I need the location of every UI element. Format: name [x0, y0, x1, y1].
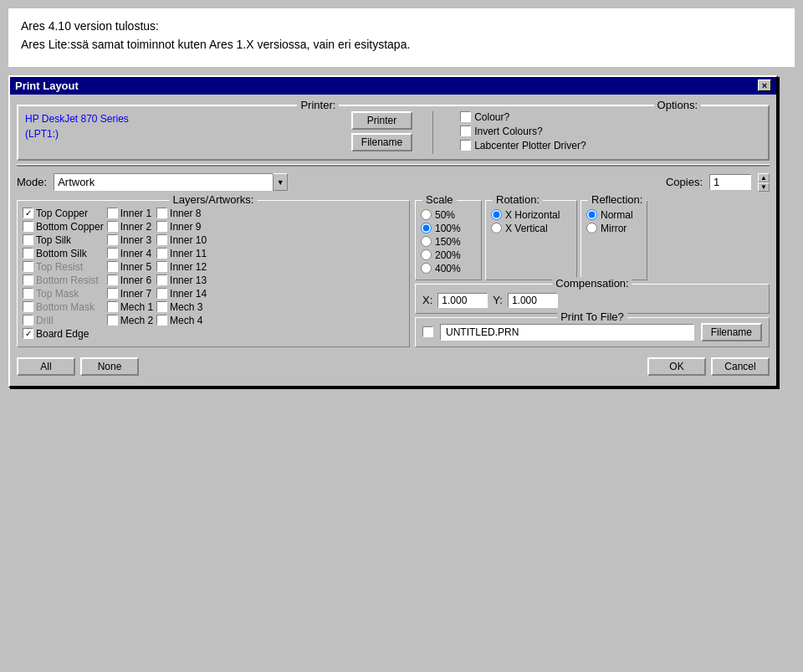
list-item: Top Copper: [23, 208, 104, 219]
top-resist-checkbox[interactable]: [23, 261, 33, 272]
bottom-buttons: All None OK Cancel: [17, 354, 770, 379]
rotation-options: X Horizontal X Vertical: [491, 209, 571, 234]
bottom-left-buttons: All None: [17, 357, 139, 376]
inner5-checkbox[interactable]: [107, 261, 118, 272]
mech1-label: Mech 1: [120, 301, 153, 313]
drill-checkbox[interactable]: [23, 315, 33, 326]
printer-button[interactable]: Printer: [351, 111, 412, 130]
inner6-label: Inner 6: [120, 274, 151, 286]
print-to-file-checkbox[interactable]: [422, 326, 433, 337]
none-button[interactable]: None: [80, 357, 139, 376]
intro-line2: Ares Lite:ssä samat toiminnot kuten Ares…: [21, 35, 782, 54]
ok-button[interactable]: OK: [647, 357, 706, 376]
inner10-checkbox[interactable]: [156, 234, 167, 245]
reflection-normal-radio[interactable]: [586, 209, 597, 220]
bottom-mask-checkbox[interactable]: [23, 301, 33, 312]
mech4-label: Mech 4: [170, 315, 202, 326]
inner11-checkbox[interactable]: [156, 248, 167, 259]
list-item: Inner 14: [156, 288, 207, 300]
inner6-checkbox[interactable]: [107, 274, 118, 285]
top-silk-checkbox[interactable]: [23, 234, 33, 245]
inner9-checkbox[interactable]: [156, 221, 167, 232]
bottom-copper-label: Bottom Copper: [36, 221, 104, 233]
inner7-checkbox[interactable]: [107, 288, 118, 299]
printer-port: (LPT1:): [25, 126, 326, 141]
inner8-checkbox[interactable]: [156, 208, 167, 218]
comp-x-input[interactable]: [437, 293, 488, 308]
dialog-body: Printer: Options: HP DeskJet 870 Series …: [10, 95, 776, 386]
drill-label: Drill: [36, 315, 54, 326]
list-item: Bottom Resist: [23, 274, 104, 286]
list-item: Mech 3: [156, 301, 207, 313]
top-copper-checkbox[interactable]: [23, 208, 33, 218]
inner12-checkbox[interactable]: [156, 261, 167, 272]
top-silk-label: Top Silk: [36, 234, 71, 246]
scale-100-radio[interactable]: [421, 223, 432, 233]
cancel-button[interactable]: Cancel: [711, 357, 770, 376]
scale-400-label: 400%: [435, 263, 461, 274]
rotation-x-vert-radio[interactable]: [491, 223, 502, 233]
mech3-label: Mech 3: [170, 301, 202, 313]
list-item: Drill: [23, 315, 104, 326]
inner14-checkbox[interactable]: [156, 288, 167, 299]
print-layout-dialog: Print Layout × Printer: Options: HP Desk…: [8, 75, 778, 387]
spinner-down[interactable]: ▼: [758, 182, 770, 192]
bottom-resist-checkbox[interactable]: [23, 274, 33, 285]
board-edge-checkbox[interactable]: [23, 328, 33, 339]
reflection-mirror-radio[interactable]: [586, 223, 597, 233]
top-resist-label: Top Resist: [36, 261, 83, 273]
spinner-up[interactable]: ▲: [758, 173, 770, 182]
inner3-label: Inner 3: [120, 234, 151, 246]
inner1-checkbox[interactable]: [107, 208, 118, 218]
close-button[interactable]: ×: [758, 80, 771, 91]
rotation-x-horiz-row: X Horizontal: [491, 209, 571, 221]
colour-label: Colour?: [474, 111, 509, 123]
mech1-checkbox[interactable]: [107, 301, 118, 312]
scale-400-radio[interactable]: [421, 263, 432, 274]
mech4-checkbox[interactable]: [156, 315, 167, 326]
mech3-checkbox[interactable]: [156, 301, 167, 312]
top-mask-checkbox[interactable]: [23, 288, 33, 299]
rotation-x-horiz-label: X Horizontal: [505, 209, 560, 221]
copies-spinner: ▲ ▼: [758, 173, 770, 192]
bottom-silk-checkbox[interactable]: [23, 248, 33, 259]
scale-100-row: 100%: [421, 223, 476, 234]
scale-options: 50% 100% 150% 200%: [421, 209, 476, 274]
list-item: Mech 2: [107, 315, 153, 326]
inner4-checkbox[interactable]: [107, 248, 118, 259]
copies-input[interactable]: [709, 174, 751, 190]
inner14-label: Inner 14: [170, 288, 207, 300]
labcenter-checkbox[interactable]: [460, 140, 471, 151]
bottom-copper-checkbox[interactable]: [23, 221, 33, 232]
scale-150-radio[interactable]: [421, 236, 432, 247]
inner11-label: Inner 11: [170, 248, 207, 259]
inner2-checkbox[interactable]: [107, 221, 118, 232]
mech2-checkbox[interactable]: [107, 315, 118, 326]
inner4-label: Inner 4: [120, 248, 151, 259]
select-arrow-icon: ▼: [273, 173, 288, 191]
inner13-checkbox[interactable]: [156, 274, 167, 285]
inner3-checkbox[interactable]: [107, 234, 118, 245]
colour-row: Colour?: [460, 111, 761, 123]
comp-y-input[interactable]: [508, 293, 558, 308]
title-bar: Print Layout ×: [10, 77, 776, 95]
scale-50-radio[interactable]: [421, 209, 432, 220]
scale-200-radio[interactable]: [421, 249, 432, 260]
rotation-section: Rotation: X Horizontal X Vertical: [485, 200, 577, 280]
layer-col-1: Top Copper Bottom Copper Top Silk B: [23, 208, 104, 340]
scale-200-row: 200%: [421, 249, 476, 261]
reflection-options: Normal Mirror: [586, 209, 642, 234]
filename-top-button[interactable]: Filename: [351, 133, 412, 151]
compensation-row: X: Y:: [422, 293, 762, 308]
comp-y-label: Y:: [493, 294, 503, 306]
list-item: Top Resist: [23, 261, 104, 273]
rotation-x-horiz-radio[interactable]: [491, 209, 502, 220]
dialog-title: Print Layout: [15, 80, 79, 92]
colour-checkbox[interactable]: [460, 111, 471, 122]
invert-checkbox[interactable]: [460, 126, 471, 136]
layer-col-2: Inner 1 Inner 2 Inner 3 Inner 4: [107, 208, 153, 340]
all-button[interactable]: All: [17, 357, 75, 376]
mode-select[interactable]: Artwork: [54, 173, 288, 191]
list-item: Inner 2: [107, 221, 153, 233]
filename-bottom-button[interactable]: Filename: [701, 323, 762, 341]
